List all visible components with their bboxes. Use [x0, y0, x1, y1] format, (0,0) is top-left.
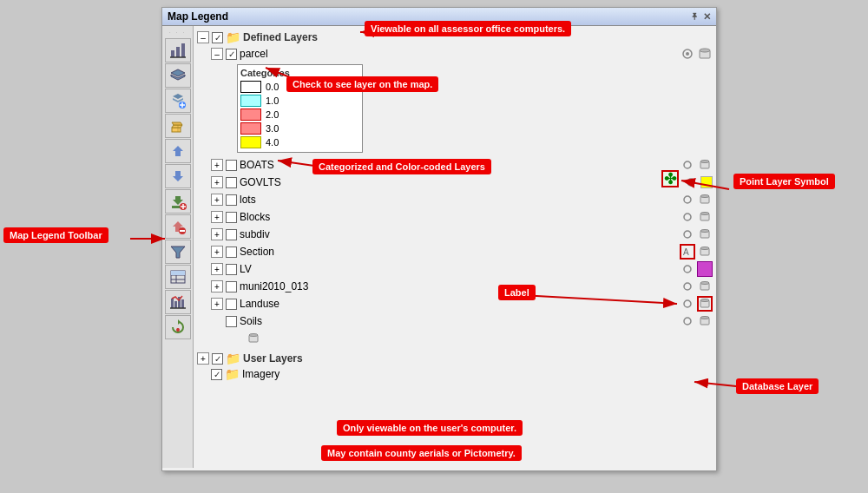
boats-left: + BOATS — [211, 159, 274, 171]
svg-point-59 — [684, 266, 691, 273]
muni-db-icon[interactable] — [697, 279, 713, 294]
pin-button[interactable]: 🖈 — [690, 11, 700, 22]
soils-db-icon[interactable] — [697, 313, 713, 329]
remove-button[interactable] — [165, 214, 191, 239]
govlts-checkbox[interactable] — [226, 177, 237, 188]
category-item-20: 2.0 — [240, 108, 359, 122]
section-label-icon[interactable]: A — [680, 244, 695, 260]
title-bar-buttons: 🖈 ✕ — [690, 11, 711, 23]
refresh-icon — [169, 319, 187, 336]
defined-layers-expand[interactable]: – — [197, 31, 209, 43]
lots-row: + lots — [194, 191, 716, 208]
svg-point-46 — [687, 179, 694, 186]
boats-expand[interactable]: + — [211, 159, 223, 171]
defined-layers-checkbox[interactable] — [212, 32, 223, 43]
svg-marker-25 — [171, 246, 185, 258]
svg-point-62 — [700, 282, 709, 285]
table-button[interactable] — [165, 265, 191, 289]
download-button[interactable] — [165, 189, 191, 214]
move-down-icon — [169, 168, 187, 185]
subdiv-checkbox[interactable] — [226, 229, 237, 240]
blocks-checkbox[interactable] — [226, 212, 237, 223]
boats-checkbox[interactable] — [226, 160, 237, 171]
boats-db-icon[interactable] — [697, 157, 713, 173]
svg-point-49 — [700, 195, 709, 198]
lots-expand[interactable]: + — [211, 194, 223, 206]
imagery-callout: May contain county aerials or Pictometry… — [321, 445, 522, 461]
svg-point-55 — [700, 230, 709, 233]
extra-icons — [246, 331, 261, 346]
parcel-db-icon[interactable] — [697, 46, 713, 62]
svg-marker-36 — [178, 319, 181, 325]
landuse-right — [680, 296, 713, 312]
user-layers-checkbox[interactable] — [212, 353, 223, 365]
muni-expand[interactable]: + — [211, 280, 223, 293]
layers-tool-button[interactable] — [165, 63, 191, 88]
landuse-db-icon[interactable] — [697, 296, 713, 312]
blocks-right — [680, 209, 713, 225]
soils-settings-icon[interactable] — [680, 313, 695, 329]
label-icon: A — [681, 246, 694, 258]
subdiv-right — [680, 227, 713, 242]
blocks-settings-icon[interactable] — [680, 209, 695, 225]
add-tool-button[interactable] — [165, 89, 191, 113]
lv-color-icon[interactable] — [697, 261, 713, 277]
svg-marker-15 — [173, 146, 183, 156]
lv-checkbox[interactable] — [226, 264, 237, 275]
subdiv-db-icon[interactable] — [697, 227, 713, 242]
muni-settings-icon[interactable] — [680, 279, 695, 294]
landuse-row: + Landuse — [194, 295, 716, 312]
layers-icon — [169, 67, 187, 84]
subdiv-expand[interactable]: + — [211, 228, 223, 240]
refresh-button[interactable] — [165, 315, 191, 339]
point-layer-symbol[interactable]: ✤ — [661, 170, 679, 187]
soils-checkbox[interactable] — [226, 316, 237, 327]
close-button[interactable]: ✕ — [703, 11, 711, 23]
defined-layers-folder-icon: 📁 — [226, 30, 240, 44]
stats-button[interactable] — [165, 290, 191, 314]
govlts-expand[interactable]: + — [211, 176, 223, 188]
muni-checkbox[interactable] — [226, 281, 237, 293]
govlts-color-icon[interactable] — [700, 176, 713, 188]
section-checkbox[interactable] — [226, 246, 237, 258]
parcel-left: – parcel — [211, 48, 268, 60]
lv-left: + LV — [211, 263, 252, 275]
categorized-callout: Categorized and Color-coded Layers — [312, 159, 491, 174]
landuse-label: Landuse — [240, 298, 279, 310]
govlts-settings-icon[interactable] — [683, 174, 699, 190]
filter-button[interactable] — [165, 240, 191, 264]
lots-db-icon[interactable] — [697, 192, 713, 207]
lv-expand[interactable]: + — [211, 263, 223, 275]
parcel-settings-icon[interactable] — [680, 46, 695, 62]
svg-marker-13 — [172, 122, 182, 125]
parcel-label: parcel — [240, 48, 268, 60]
lv-label: LV — [240, 263, 252, 275]
boats-settings-icon[interactable] — [680, 157, 695, 173]
edit-icon — [169, 117, 187, 135]
landuse-expand[interactable]: + — [211, 298, 223, 310]
edit-tool-button[interactable] — [165, 114, 191, 138]
toolbar-top-dots: · · · — [169, 28, 187, 37]
svg-point-58 — [700, 247, 709, 250]
section-expand[interactable]: + — [211, 246, 223, 258]
user-layers-expand[interactable]: + — [197, 352, 209, 365]
svg-point-68 — [700, 317, 709, 319]
landuse-settings-icon[interactable] — [680, 296, 695, 312]
landuse-checkbox[interactable] — [226, 299, 237, 310]
blocks-expand[interactable]: + — [211, 211, 223, 223]
move-down-button[interactable] — [165, 164, 191, 188]
parcel-checkbox[interactable] — [226, 49, 237, 60]
lots-checkbox[interactable] — [226, 194, 237, 206]
subdiv-settings-icon[interactable] — [680, 227, 695, 242]
soils-label: Soils — [240, 315, 262, 327]
lv-settings-icon[interactable] — [680, 261, 695, 277]
parcel-expand[interactable]: – — [211, 48, 223, 60]
lots-settings-icon[interactable] — [680, 192, 695, 207]
chart-tool-button[interactable] — [165, 38, 191, 62]
blocks-db-icon[interactable] — [697, 209, 713, 225]
extra-db-icon[interactable] — [246, 331, 261, 346]
imagery-checkbox[interactable] — [211, 369, 222, 380]
section-db-icon[interactable] — [697, 244, 713, 260]
move-up-button[interactable] — [165, 139, 191, 163]
cat-value-40: 4.0 — [266, 137, 279, 148]
